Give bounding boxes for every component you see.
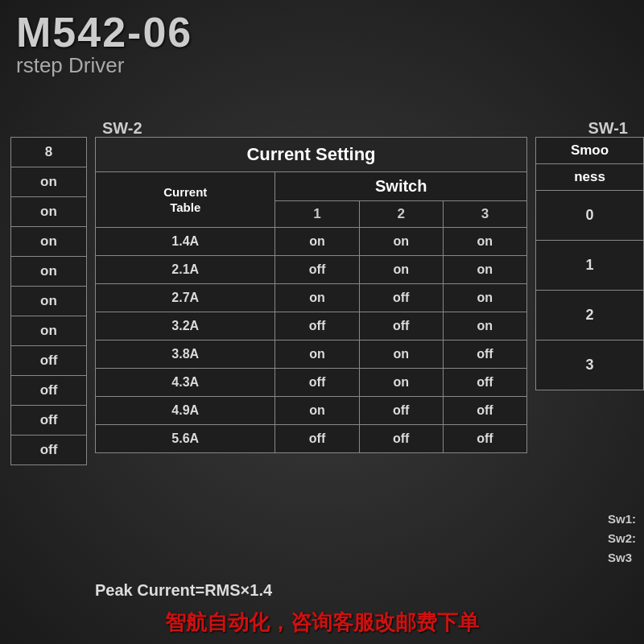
current-setting-table: Current Setting CurrentTable Switch 1 2 … — [95, 137, 527, 453]
switch-value: off — [275, 256, 359, 284]
switch-value: off — [359, 284, 443, 312]
model-title: M542-06 — [16, 8, 628, 56]
switch-value: off — [359, 397, 443, 425]
table-title: Current Setting — [96, 138, 527, 172]
sw-labels: Sw1: Sw2: Sw3 — [608, 510, 636, 568]
smoothness-value-3: 3 — [536, 341, 643, 390]
smoothness-value-1: 1 — [536, 241, 643, 291]
switch-value: on — [443, 256, 526, 284]
list-item: off — [11, 376, 86, 406]
current-value: 2.7A — [96, 284, 275, 312]
col-header-2: 2 — [359, 201, 443, 228]
table-row: 2.7A on off on — [96, 284, 527, 312]
switch-value: on — [275, 397, 359, 425]
switch-value: off — [275, 312, 359, 341]
list-item: off — [11, 406, 86, 436]
smoothness-header-2: ness — [536, 164, 643, 191]
table-row: 3.8A on on off — [96, 341, 527, 369]
header: M542-06 rstep Driver — [0, 0, 644, 86]
list-item: on — [11, 287, 86, 316]
switch-value: off — [443, 341, 526, 369]
sw3-label-text: Sw3 — [608, 548, 636, 568]
table-row: 3.2A off off on — [96, 312, 527, 341]
switch-value: on — [443, 284, 526, 312]
switch-value: off — [359, 425, 443, 453]
list-item: on — [11, 257, 86, 287]
current-value: 2.1A — [96, 256, 275, 284]
left-sidebar: 8 on on on on on on off off off off — [10, 137, 87, 465]
list-item: off — [11, 436, 86, 464]
right-sidebar: Smoo ness 0 1 2 3 — [535, 137, 644, 390]
switch-value: off — [275, 369, 359, 397]
switch-value: on — [275, 341, 359, 369]
table-row: 5.6A off off off — [96, 425, 527, 453]
watermark-text: 智航自动化，咨询客服改邮费下单 — [0, 605, 644, 640]
list-item: on — [11, 316, 86, 346]
switch-value: off — [443, 425, 526, 453]
list-item: on — [11, 197, 86, 227]
list-item: on — [11, 227, 86, 257]
current-value: 4.9A — [96, 397, 275, 425]
sw2-label-text: Sw2: — [608, 529, 636, 548]
col-header-1: 1 — [275, 201, 359, 228]
switch-header: Switch — [275, 172, 527, 201]
list-item: on — [11, 167, 86, 197]
switch-value: off — [443, 369, 526, 397]
switch-value: on — [443, 312, 526, 341]
table-row: 4.9A on off off — [96, 397, 527, 425]
switch-value: on — [443, 228, 526, 256]
table-row: 1.4A on on on — [96, 228, 527, 256]
peak-current-note: Peak Current=RMS×1.4 — [95, 581, 272, 600]
current-value: 3.2A — [96, 312, 275, 341]
sw1-label-text: Sw1: — [608, 510, 636, 529]
switch-value: on — [275, 228, 359, 256]
switch-value: on — [359, 256, 443, 284]
table-row: 2.1A off on on — [96, 256, 527, 284]
left-sidebar-header: 8 — [11, 138, 86, 167]
switch-value: on — [275, 284, 359, 312]
switch-value: on — [359, 228, 443, 256]
smoothness-value-0: 0 — [536, 191, 643, 241]
switch-value: on — [359, 341, 443, 369]
main-table-wrapper: Current Setting CurrentTable Switch 1 2 … — [95, 137, 527, 453]
switch-value: off — [359, 312, 443, 341]
subtitle: rstep Driver — [16, 53, 628, 78]
switch-value: off — [275, 425, 359, 453]
current-value: 4.3A — [96, 369, 275, 397]
smoothness-header-1: Smoo — [536, 138, 643, 164]
list-item: off — [11, 346, 86, 376]
sw2-label: SW-2 — [102, 119, 142, 138]
table-row: 4.3A off on off — [96, 369, 527, 397]
sw1-label: SW-1 — [588, 119, 628, 138]
switch-value: on — [359, 369, 443, 397]
switch-value: off — [443, 397, 526, 425]
current-value: 3.8A — [96, 341, 275, 369]
col-header-3: 3 — [443, 201, 526, 228]
smoothness-value-2: 2 — [536, 291, 643, 341]
current-table-header: CurrentTable — [96, 172, 275, 228]
current-value: 1.4A — [96, 228, 275, 256]
current-value: 5.6A — [96, 425, 275, 453]
